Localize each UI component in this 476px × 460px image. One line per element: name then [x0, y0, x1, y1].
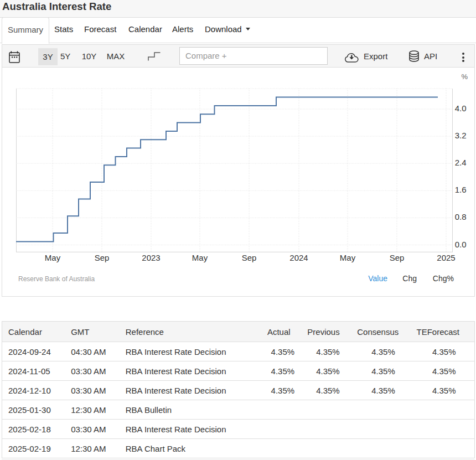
svg-text:2.4: 2.4	[455, 158, 467, 167]
svg-text:0.0: 0.0	[455, 240, 467, 249]
svg-text:1.6: 1.6	[455, 185, 467, 194]
svg-text:Sep: Sep	[242, 253, 257, 262]
svg-text:May: May	[192, 253, 208, 262]
svg-text:4.0: 4.0	[455, 104, 467, 113]
svg-text:2025: 2025	[437, 253, 455, 262]
svg-text:Chg%: Chg%	[433, 274, 454, 283]
svg-text:Chg: Chg	[402, 274, 417, 283]
svg-text:Sep: Sep	[95, 253, 110, 262]
svg-text:0.8: 0.8	[455, 212, 467, 221]
svg-text:May: May	[340, 253, 356, 262]
svg-text:Reserve Bank of Australia: Reserve Bank of Australia	[18, 275, 95, 283]
svg-text:2023: 2023	[142, 253, 160, 262]
svg-text:Sep: Sep	[390, 253, 405, 262]
svg-text:%: %	[462, 73, 468, 81]
svg-text:2024: 2024	[289, 253, 308, 262]
svg-text:3.2: 3.2	[455, 131, 467, 140]
svg-text:May: May	[45, 253, 61, 262]
svg-text:Value: Value	[368, 274, 387, 283]
